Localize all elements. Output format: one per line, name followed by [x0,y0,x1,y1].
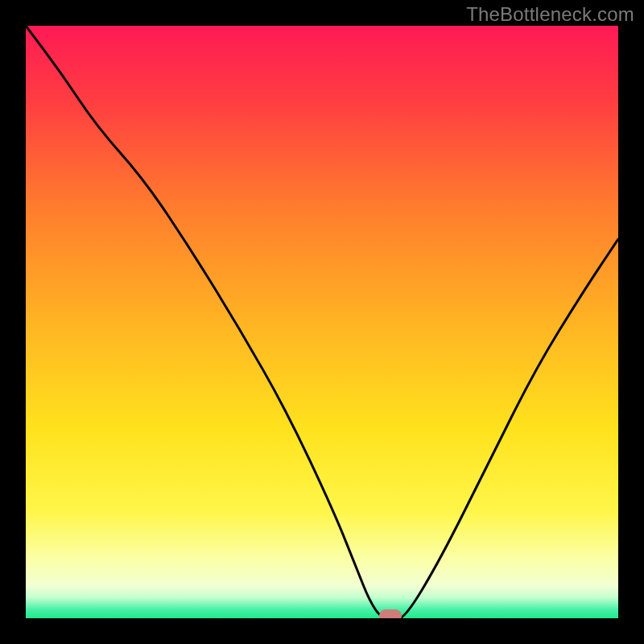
plot-area [26,26,618,618]
plot-svg [26,26,618,618]
gradient-rect [26,26,618,618]
chart-frame: TheBottleneck.com [0,0,644,644]
optimal-marker [379,609,402,618]
watermark-text: TheBottleneck.com [466,3,634,26]
